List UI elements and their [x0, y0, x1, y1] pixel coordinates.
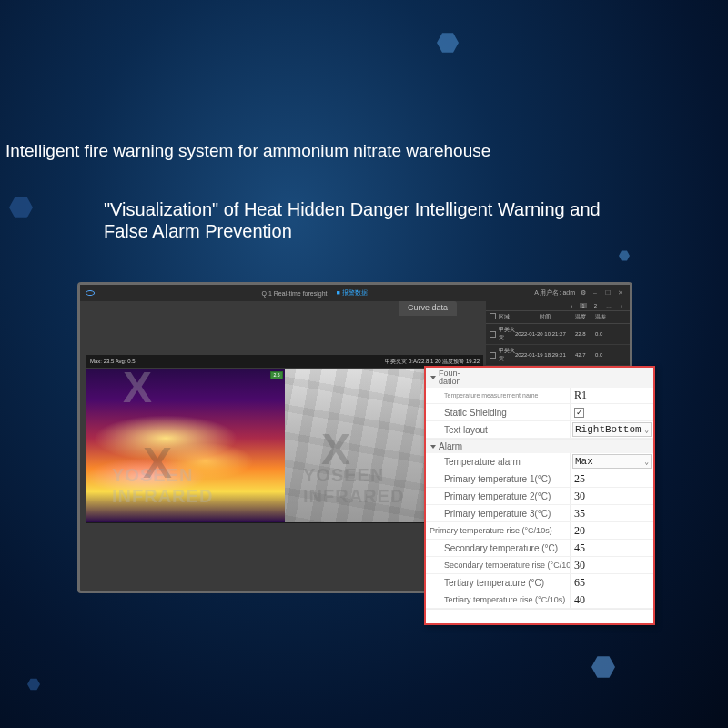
watermark-icon: X [123, 362, 153, 412]
user-label[interactable]: A 用户名: adm [534, 288, 575, 298]
prop-tt: Tertiary temperature (°C)65 [426, 574, 653, 592]
prop-str: Secondary temperature rise (°C/10s)30 [426, 557, 653, 574]
thermal-view[interactable]: 2.5 X YOSEEN INFRARED X [86, 369, 285, 522]
pager: ‹ 1 2 … › [486, 301, 630, 311]
static-shield-checkbox[interactable]: ✓ [574, 408, 584, 418]
table-row[interactable]: 甲类火灾 2022-01-19 18:29:21 42.7 0.0 [486, 345, 630, 366]
col-region: 区域 [499, 313, 515, 321]
table-row[interactable]: 甲类火灾 2022-01-20 10:21:27 22.8 0.0 [486, 324, 630, 345]
ttr-input[interactable]: 40 [570, 592, 653, 608]
section-alarm-header[interactable]: Alarm [426, 440, 653, 453]
prop-text-layout: Text layout RightBottom⌄ [426, 421, 653, 439]
video-meta: 甲类火灾 0:A/22.8 1 20 温度预警 19.22 [385, 358, 480, 366]
page-2[interactable]: 2 [592, 303, 599, 308]
minimize-button[interactable]: – [592, 289, 599, 297]
page-next[interactable]: › [619, 303, 624, 308]
col-temp: 温度 [575, 313, 595, 321]
maximize-button[interactable]: ☐ [604, 289, 612, 297]
settings-icon[interactable]: ⚙ [581, 289, 586, 297]
temp-alarm-select[interactable]: Max⌄ [572, 454, 652, 469]
text-layout-select[interactable]: RightBottom⌄ [572, 422, 652, 437]
watermark-text: YOSEEN INFRARED [112, 465, 285, 507]
select-all-checkbox[interactable] [490, 313, 496, 319]
chevron-down-icon: ⌄ [644, 426, 649, 434]
collapse-icon [430, 376, 436, 379]
prop-ptr: Primary temperature rise (°C/10s)20 [426, 522, 653, 540]
prop-ttr: Tertiary temperature rise (°C/10s)40 [426, 592, 653, 609]
page-prev[interactable]: ‹ [569, 303, 574, 308]
prop-static-shield: Static Shielding ✓ [426, 404, 653, 421]
str-input[interactable]: 30 [570, 557, 653, 573]
settings-popup: Foun- dation Temperature measurement nam… [424, 366, 655, 625]
collapse-icon [430, 445, 436, 449]
st-input[interactable]: 45 [570, 540, 653, 556]
topbar-status: Q 1 Real-time foresight [262, 290, 328, 297]
page-more[interactable]: … [604, 303, 613, 308]
page-title: Intelligent fire warning system for ammo… [5, 141, 490, 161]
section-foundation-header[interactable]: Foun- dation [426, 368, 653, 388]
marker-badge: 2.5 [270, 371, 283, 379]
row-checkbox[interactable] [490, 352, 496, 359]
page-1[interactable]: 1 [580, 303, 586, 308]
prop-temp-alarm: Temperature alarm Max⌄ [426, 453, 653, 470]
prop-temp-name: Temperature measurement name R1 [426, 388, 653, 404]
prop-pt3: Primary temperature 3(°C)35 [426, 505, 653, 522]
tab-curve-data[interactable]: Curve data [399, 301, 457, 316]
app-topbar: Q 1 Real-time foresight ■ 报警数据 A 用户名: ad… [80, 285, 630, 301]
app-logo-icon [86, 290, 95, 296]
chevron-down-icon: ⌄ [644, 458, 649, 466]
page-subtitle: "Visualization" of Heat Hidden Danger In… [104, 198, 613, 242]
col-diff: 温差 [595, 313, 612, 321]
temp-name-input[interactable]: R1 [570, 388, 653, 403]
tt-input[interactable]: 65 [570, 574, 653, 591]
prop-pt1: Primary temperature 1(°C)25 [426, 470, 653, 488]
ptr-input[interactable]: 20 [570, 522, 653, 539]
pt2-input[interactable]: 30 [570, 488, 653, 504]
table-header: 区域 时间 温度 温差 [486, 311, 630, 324]
close-button[interactable]: ✕ [617, 289, 624, 297]
row-checkbox[interactable] [490, 331, 496, 338]
pt1-input[interactable]: 25 [570, 470, 653, 487]
pt3-input[interactable]: 35 [570, 505, 653, 521]
prop-st: Secondary temperature (°C)45 [426, 540, 653, 557]
col-time: 时间 [515, 313, 575, 321]
alarm-data-tab[interactable]: ■ 报警数据 [337, 288, 368, 298]
prop-pt2: Primary temperature 2(°C)30 [426, 488, 653, 505]
